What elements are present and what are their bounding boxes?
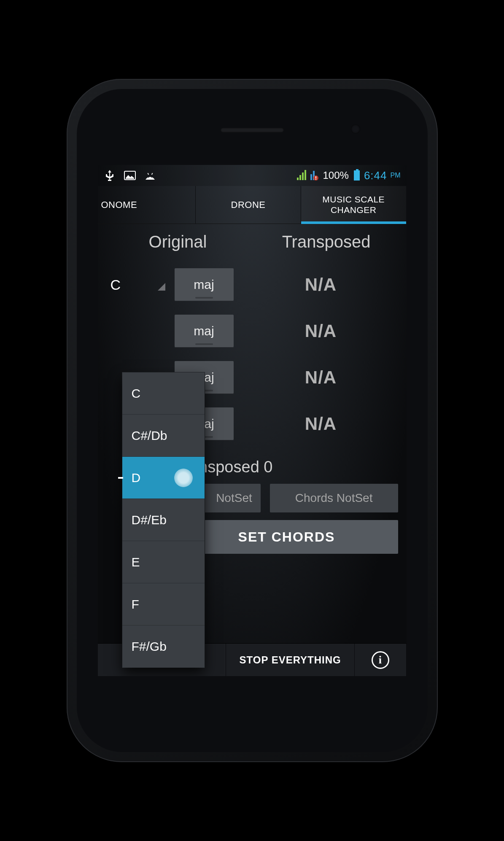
touch-ripple-icon (174, 469, 193, 487)
tab-bar: ONOME DRONE MUSIC SCALE CHANGER (98, 186, 407, 224)
dropdown-item[interactable]: E (122, 541, 205, 583)
phone-camera (351, 124, 360, 134)
transposed-value: N/A (241, 275, 401, 295)
notset-button-right[interactable]: Chords NotSet (270, 484, 398, 512)
dropdown-item[interactable]: F#/Gb (122, 625, 205, 668)
quality-button[interactable]: maj (175, 268, 234, 301)
dropdown-item[interactable]: F (122, 583, 205, 625)
tab-music-scale-changer[interactable]: MUSIC SCALE CHANGER (301, 186, 407, 224)
tab-label: MUSIC SCALE CHANGER (322, 194, 385, 215)
dropdown-item-label: C (132, 386, 141, 401)
tab-label: ONOME (101, 199, 137, 210)
svg-point-2 (151, 176, 152, 178)
info-icon: i (372, 651, 389, 669)
picture-icon (124, 170, 136, 181)
dropdown-item[interactable]: C#/Db (122, 415, 205, 457)
dropdown-item-label: E (132, 555, 140, 569)
dropdown-item[interactable]: C (122, 372, 205, 415)
transposed-value: N/A (241, 414, 401, 434)
battery-icon (354, 170, 360, 181)
clock-time: 6:44 (364, 169, 387, 182)
svg-rect-4 (315, 176, 316, 178)
stop-everything-button[interactable]: STOP EVERYTHING (226, 644, 355, 676)
dropdown-item-label: D (132, 471, 141, 485)
tab-drone[interactable]: DRONE (196, 186, 301, 224)
phone-frame: 100% 6:44 PM ONOME DRONE MUSIC SCALE C (67, 79, 438, 762)
dropdown-indicator-icon (158, 283, 165, 291)
tab-metronome[interactable]: ONOME (98, 186, 196, 224)
dropdown-item-label: F#/Gb (132, 639, 167, 654)
button-label: STOP EVERYTHING (239, 654, 341, 666)
app-screen: 100% 6:44 PM ONOME DRONE MUSIC SCALE C (98, 165, 407, 676)
android-icon (144, 170, 156, 181)
status-bar: 100% 6:44 PM (98, 165, 407, 186)
clock-ampm: PM (391, 172, 401, 179)
header-original: Original (104, 232, 252, 251)
note-dropdown: C C#/Db D D#/Eb E F F#/Gb (122, 372, 205, 668)
content-area: Original Transposed C maj N/A (98, 224, 407, 676)
usb-icon (104, 170, 116, 181)
quality-button[interactable]: maj (175, 315, 234, 348)
svg-rect-5 (315, 179, 316, 180)
quality-label: maj (194, 278, 214, 292)
transposed-value: N/A (241, 321, 401, 341)
signal-icon (297, 171, 306, 180)
dropdown-item-label: F (132, 597, 139, 612)
quality-label: maj (194, 324, 214, 338)
column-headers: Original Transposed (104, 232, 401, 251)
transposed-title: Transposed 0 (175, 458, 401, 476)
tab-label: DRONE (231, 199, 266, 210)
dropdown-item[interactable]: D#/Eb (122, 499, 205, 541)
chord-row: C maj N/A (104, 261, 401, 308)
button-label: SET CHORDS (238, 529, 335, 545)
note-value: C (111, 277, 121, 293)
transposed-value: N/A (241, 367, 401, 388)
svg-point-1 (148, 176, 149, 178)
button-label: NotSet (216, 491, 252, 505)
set-chords-button[interactable]: SET CHORDS (175, 520, 398, 554)
phone-speaker (221, 128, 284, 132)
info-button[interactable]: i (355, 644, 407, 676)
signal2-icon (310, 171, 319, 180)
dropdown-item-label: D#/Eb (132, 513, 167, 527)
dropdown-item-label: C#/Db (132, 429, 167, 443)
dropdown-item-selected[interactable]: D (122, 457, 205, 499)
button-label: Chords NotSet (295, 491, 373, 505)
chord-row: maj N/A (104, 308, 401, 354)
battery-percent: 100% (323, 170, 349, 181)
note-spinner[interactable]: C (104, 277, 167, 293)
header-transposed: Transposed (252, 232, 401, 251)
